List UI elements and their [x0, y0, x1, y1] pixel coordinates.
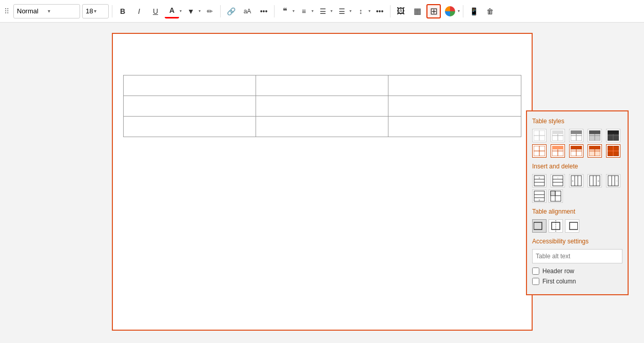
svg-text:+: +	[538, 176, 540, 179]
list-group[interactable]: ☰ ▾	[316, 4, 333, 18]
svg-rect-62	[551, 191, 555, 196]
font-color-arrow-icon: ▾	[180, 9, 182, 13]
highlight-group[interactable]: ▼ ▾	[184, 4, 201, 18]
image-button[interactable]: 🖼	[394, 4, 408, 18]
table-styles-title: Table styles	[532, 118, 622, 125]
style-orange-2[interactable]	[551, 144, 565, 158]
size-arrow-icon: ▾	[94, 8, 96, 14]
table-popup: Table styles	[526, 110, 629, 295]
merge-cells-button[interactable]	[549, 189, 563, 203]
svg-rect-29	[571, 146, 582, 149]
divider-2	[220, 5, 221, 17]
style-orange-3[interactable]	[569, 144, 583, 158]
table-row	[123, 75, 521, 96]
eraser-button[interactable]: ✏	[203, 4, 217, 18]
document-table[interactable]	[123, 75, 521, 137]
first-column-checkbox[interactable]	[532, 278, 539, 285]
table-cell[interactable]	[388, 96, 521, 117]
quote-arrow-icon: ▾	[292, 9, 295, 13]
divider-4	[390, 5, 391, 17]
size-value: 18	[86, 7, 93, 15]
divider-5	[463, 5, 463, 17]
alt-text-input[interactable]	[532, 249, 622, 263]
header-row-row: Header row	[532, 268, 622, 275]
svg-rect-6	[552, 130, 563, 134]
svg-text:+: +	[597, 179, 599, 182]
bold-button[interactable]: B	[115, 4, 130, 18]
insert-column-left-button[interactable]: +	[569, 174, 583, 187]
numbering-group[interactable]: ☰ ▾	[335, 4, 352, 18]
quote-button[interactable]: ❝	[278, 4, 292, 18]
delete-row-button[interactable]: -	[551, 174, 565, 187]
insert-column-right-button[interactable]: +	[588, 174, 602, 187]
more-para-button[interactable]: •••	[373, 4, 387, 18]
grip-icon: ⠿	[4, 7, 9, 15]
style-plain-1[interactable]	[532, 129, 547, 142]
style-plain-2[interactable]	[551, 129, 565, 142]
table-cell[interactable]	[256, 75, 388, 96]
indent-arrow-icon: ▾	[368, 9, 370, 13]
colorful-icon	[445, 6, 455, 16]
align-center-button[interactable]	[549, 219, 563, 233]
trash-button[interactable]: 🗑	[483, 4, 497, 18]
delete-column-button[interactable]: -	[606, 174, 620, 187]
more-format-button[interactable]: •••	[257, 4, 271, 18]
style-dark-1[interactable]	[569, 129, 583, 142]
colorful-arrow-icon: ▾	[458, 9, 460, 13]
header-row-checkbox[interactable]	[532, 268, 539, 275]
indent-button[interactable]: ↕	[354, 4, 368, 18]
size-dropdown[interactable]: 18 ▾	[82, 4, 109, 18]
table-cell[interactable]	[388, 75, 521, 96]
highlight-button[interactable]: ▼	[184, 4, 198, 18]
accessibility-title: Accessibility settings	[532, 238, 622, 245]
doc-page	[112, 33, 533, 331]
table-cell[interactable]	[123, 117, 256, 137]
insert-row-above-button[interactable]: +	[532, 174, 547, 187]
table-cell[interactable]	[256, 117, 388, 137]
colorful-group[interactable]: ▾	[443, 4, 460, 18]
toolbar: ⠿ Normal ▾ 18 ▾ B I U A ▾ ▼ ▾ ✏ 🔗 aA •••…	[0, 0, 644, 23]
divider-3	[274, 5, 275, 17]
table-alignment-title: Table alignment	[532, 208, 622, 215]
style-label: Normal	[17, 7, 46, 15]
style-arrow-icon: ▾	[48, 8, 76, 14]
mobile-button[interactable]: 📱	[466, 4, 481, 18]
style-orange-1[interactable]	[532, 144, 547, 158]
table-cell[interactable]	[388, 117, 521, 137]
svg-text:-: -	[616, 179, 617, 182]
align-right-button[interactable]	[565, 219, 579, 233]
style-dropdown[interactable]: Normal ▾	[13, 4, 80, 18]
svg-rect-69	[570, 222, 578, 230]
align-left-button[interactable]	[532, 219, 547, 233]
style-orange-5[interactable]	[606, 144, 620, 158]
svg-rect-65	[534, 222, 542, 230]
svg-text:+: +	[572, 179, 574, 182]
insert-row-below-button[interactable]: +	[532, 189, 547, 203]
indent-group[interactable]: ↕ ▾	[354, 4, 370, 18]
insert-delete-title: Insert and delete	[532, 163, 622, 170]
table-cell[interactable]	[256, 96, 388, 117]
grid-button[interactable]: ▦	[410, 4, 424, 18]
style-orange-4[interactable]	[588, 144, 602, 158]
font-options-button[interactable]: aA	[240, 4, 255, 18]
list-button[interactable]: ☰	[316, 4, 330, 18]
colorful-button[interactable]	[443, 4, 457, 18]
quote-group[interactable]: ❝ ▾	[278, 4, 295, 18]
underline-button[interactable]: U	[148, 4, 163, 18]
svg-text:-: -	[557, 176, 558, 179]
list-arrow-icon: ▾	[330, 9, 333, 13]
numbering-button[interactable]: ☰	[335, 4, 349, 18]
table-cell[interactable]	[123, 75, 256, 96]
font-color-group[interactable]: A ▾	[165, 4, 182, 18]
style-dark-2[interactable]	[588, 129, 602, 142]
insert-delete-grid: + - + + -	[532, 174, 622, 187]
style-dark-3[interactable]	[606, 129, 620, 142]
italic-button[interactable]: I	[132, 4, 146, 18]
svg-rect-18	[608, 130, 619, 134]
font-color-button[interactable]: A	[165, 4, 179, 18]
table-button[interactable]: ⊞	[426, 4, 441, 18]
table-cell[interactable]	[123, 96, 256, 117]
align-group[interactable]: ≡ ▾	[297, 4, 314, 18]
link-button[interactable]: 🔗	[224, 4, 238, 18]
align-button[interactable]: ≡	[297, 4, 311, 18]
